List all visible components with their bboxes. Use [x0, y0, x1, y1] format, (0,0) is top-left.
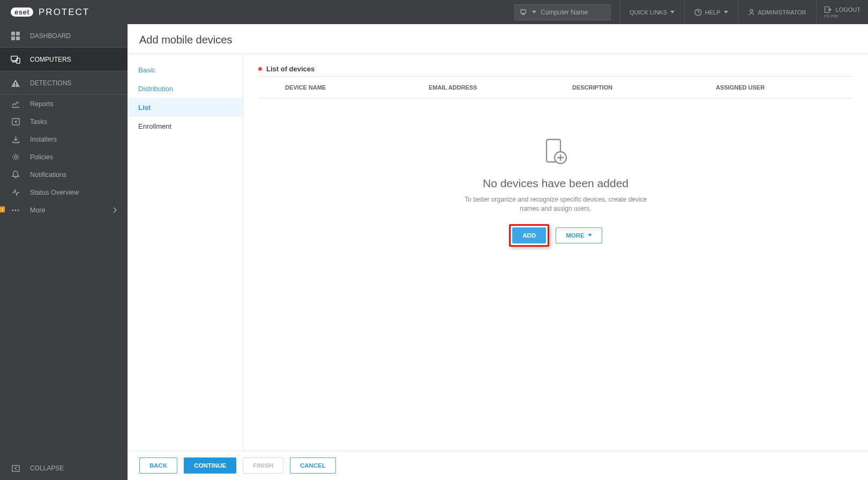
dashboard-icon	[11, 31, 20, 41]
administrator-menu[interactable]: ADMINISTRATOR	[738, 0, 816, 24]
header-search[interactable]: Computer Name	[514, 4, 611, 20]
col-description: DESCRIPTION	[566, 77, 709, 98]
empty-state: No devices have been added To better org…	[258, 99, 853, 451]
empty-actions: ADD MORE	[509, 224, 602, 247]
sidebar: DASHBOARD COMPUTERS DETECTIONS Reports T…	[0, 24, 128, 480]
sidebar-label: Installers	[30, 136, 57, 143]
header-right: Computer Name QUICK LINKS HELP ADMINISTR…	[514, 0, 868, 24]
sidebar-item-policies[interactable]: Policies	[0, 148, 128, 166]
sidebar-label: Notifications	[30, 171, 66, 179]
empty-title: No devices have been added	[483, 177, 628, 190]
notifications-icon	[11, 170, 20, 180]
detail-panel: List of devices DEVICE NAME EMAIL ADDRES…	[243, 54, 868, 451]
sidebar-label: COMPUTERS	[30, 56, 71, 63]
sidebar-collapse-button[interactable]: COLLAPSE	[0, 456, 128, 480]
sidebar-item-status-overview[interactable]: Status Overview	[0, 183, 128, 201]
status-icon	[11, 188, 20, 197]
col-device-name: DEVICE NAME	[258, 77, 422, 98]
section-heading: List of devices	[258, 65, 853, 77]
search-placeholder: Computer Name	[541, 9, 588, 16]
step-distribution[interactable]: Distribution	[128, 79, 243, 98]
help-label: HELP	[705, 9, 721, 16]
chevron-down-icon	[532, 11, 536, 13]
eset-logo: eset	[11, 8, 33, 17]
product-name: PROTECT	[39, 7, 89, 18]
continue-button[interactable]: CONTINUE	[184, 457, 236, 474]
wizard-steps: Basic Distribution List Enrollment	[128, 54, 243, 451]
svg-rect-7	[16, 36, 20, 40]
sidebar-item-computers[interactable]: COMPUTERS	[0, 48, 128, 71]
step-list[interactable]: List	[128, 98, 243, 117]
required-dot-icon	[258, 67, 262, 71]
sidebar-label: Tasks	[30, 118, 47, 125]
sidebar-item-reports[interactable]: Reports	[0, 95, 128, 113]
chevron-down-icon	[588, 234, 592, 237]
wizard-footer: BACK CONTINUE FINISH CANCEL	[128, 451, 868, 480]
sidebar-item-dashboard[interactable]: DASHBOARD	[0, 24, 128, 48]
chevron-down-icon	[724, 11, 728, 13]
svg-rect-4	[11, 32, 15, 35]
sidebar-item-notifications[interactable]: Notifications	[0, 166, 128, 183]
sidebar-label: DETECTIONS	[30, 79, 71, 87]
sidebar-item-installers[interactable]: Installers	[0, 130, 128, 148]
svg-point-14	[12, 209, 14, 211]
more-button[interactable]: MORE	[556, 227, 602, 243]
section-heading-label: List of devices	[266, 65, 315, 73]
step-enrollment[interactable]: Enrollment	[128, 117, 243, 136]
add-button[interactable]: ADD	[512, 227, 546, 243]
svg-rect-17	[12, 466, 19, 471]
policies-icon	[11, 152, 20, 162]
table-header-row: DEVICE NAME EMAIL ADDRESS DESCRIPTION AS…	[258, 77, 853, 99]
collapse-icon	[11, 463, 20, 473]
sidebar-label: DASHBOARD	[30, 32, 71, 40]
sidebar-label: More	[30, 206, 45, 214]
svg-rect-5	[16, 32, 20, 35]
sidebar-label: Reports	[30, 100, 54, 108]
empty-description: To better organize and recognize specifi…	[459, 195, 652, 213]
logout-timer: >9 min	[824, 13, 839, 19]
step-basic[interactable]: Basic	[128, 61, 243, 79]
help-icon	[694, 9, 702, 16]
more-label: MORE	[566, 232, 585, 239]
svg-point-16	[18, 209, 19, 211]
logout-icon	[824, 6, 832, 13]
user-icon	[748, 9, 755, 16]
svg-rect-10	[15, 82, 16, 85]
sidebar-item-tasks[interactable]: Tasks	[0, 113, 128, 130]
cancel-button[interactable]: CANCEL	[290, 457, 336, 474]
sidebar-item-more[interactable]: ! More	[0, 201, 128, 219]
svg-rect-0	[521, 10, 526, 13]
logout-button[interactable]: LOGOUT >9 min	[816, 0, 868, 24]
page-title: Add mobile devices	[139, 34, 856, 46]
installers-icon	[11, 135, 20, 144]
administrator-label: ADMINISTRATOR	[758, 9, 806, 16]
tutorial-highlight: ADD	[509, 224, 549, 247]
add-device-icon	[540, 136, 571, 167]
computers-icon	[11, 55, 20, 64]
chevron-right-icon	[113, 207, 117, 213]
quick-links-label: QUICK LINKS	[630, 9, 667, 16]
app-header: eset PROTECT Computer Name QUICK LINKS H…	[0, 0, 868, 24]
sidebar-item-detections[interactable]: DETECTIONS	[0, 71, 128, 95]
svg-point-15	[15, 209, 17, 211]
collapse-label: COLLAPSE	[30, 464, 64, 472]
alert-badge: !	[0, 206, 5, 212]
svg-rect-6	[11, 36, 15, 40]
monitor-icon	[520, 9, 528, 16]
col-assigned-user: ASSIGNED USER	[709, 77, 853, 98]
help-menu[interactable]: HELP	[684, 0, 738, 24]
sidebar-label: Policies	[30, 153, 53, 161]
logout-label: LOGOUT	[836, 6, 860, 13]
more-icon	[11, 205, 20, 215]
detections-icon	[11, 78, 20, 88]
reports-icon	[11, 99, 20, 109]
chevron-down-icon	[670, 11, 675, 13]
svg-rect-11	[15, 85, 16, 86]
svg-point-2	[750, 10, 753, 12]
page-title-bar: Add mobile devices	[128, 24, 868, 54]
back-button[interactable]: BACK	[139, 457, 177, 474]
quick-links-menu[interactable]: QUICK LINKS	[619, 0, 684, 24]
content-row: Basic Distribution List Enrollment List …	[128, 54, 868, 451]
sidebar-label: Status Overview	[30, 189, 79, 196]
svg-point-13	[14, 156, 17, 158]
